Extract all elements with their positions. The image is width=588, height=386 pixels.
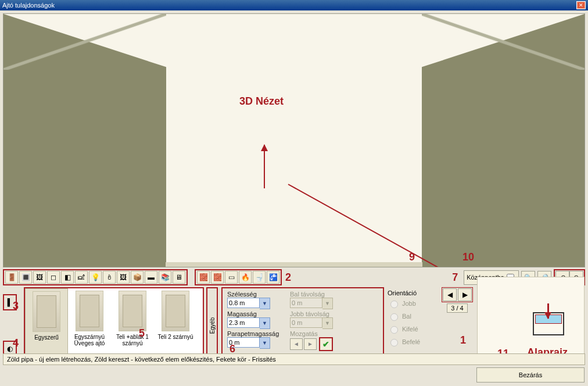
- sofa-icon[interactable]: 🛋: [75, 271, 88, 284]
- door-type-list: Egyszerű Egyszárnyú Üveges ajtó Teli +ab…: [24, 287, 204, 364]
- lamp-icon[interactable]: 💡: [89, 271, 102, 284]
- accept-button[interactable]: ✔: [319, 337, 333, 351]
- viewport-label: 3D Nézet: [239, 95, 284, 108]
- right-dist-combo: ▼: [290, 317, 348, 329]
- page-nav: ◀ ▶: [442, 287, 473, 302]
- box-icon[interactable]: 📦: [131, 271, 144, 284]
- shelf-icon[interactable]: 📚: [159, 271, 171, 284]
- close-button[interactable]: Bezárás: [476, 367, 585, 383]
- orient-kifele: Kifelé: [388, 324, 438, 334]
- close-icon[interactable]: ✕: [576, 1, 586, 9]
- door-thumb-icon: [119, 291, 146, 331]
- cabinet2-icon[interactable]: 🧱: [211, 271, 224, 284]
- sink-icon[interactable]: 🚽: [253, 271, 266, 284]
- window-icon[interactable]: 🔳: [19, 271, 32, 284]
- page-indicator: 3 / 4: [447, 303, 467, 313]
- left-dist-combo: ▼: [290, 298, 348, 309]
- width-label: Szélesség: [227, 291, 279, 298]
- chevron-down-icon[interactable]: ▼: [260, 317, 270, 329]
- move-label: Mozgatás: [290, 330, 348, 337]
- move-right-button[interactable]: ►: [304, 338, 317, 350]
- door-icon[interactable]: 🚪: [5, 271, 18, 284]
- status-bar: Zöld pipa - új elem létrehozás, Zöld ker…: [3, 353, 585, 365]
- floor: [166, 262, 422, 267]
- door-item[interactable]: Teli +ablak 1 szárnyú: [111, 288, 154, 355]
- library-toolbar: 🚪 🔳 🖼 ◻ ◧ 🛋 💡 🕯 🖼 📦 ▬ 📚 🖥: [3, 269, 188, 285]
- orientation-group: Orientáció Jobb Bal Kifelé Befelé: [386, 287, 439, 364]
- frame-icon[interactable]: 🖼: [117, 271, 130, 284]
- height-label: Magasság: [227, 310, 279, 317]
- door-thumb-icon: [33, 291, 60, 332]
- chevron-down-icon[interactable]: ▼: [260, 337, 270, 349]
- annotation-2: 2: [285, 271, 291, 284]
- left-dist-input: [290, 298, 322, 308]
- door-thumb-icon: [76, 291, 103, 331]
- picture-icon[interactable]: 🖼: [33, 271, 46, 284]
- next-page-button[interactable]: ▶: [458, 288, 472, 301]
- door-thumb-icon: [162, 291, 189, 331]
- chevron-down-icon: ▼: [322, 298, 333, 309]
- annotation-10: 10: [462, 251, 474, 263]
- right-dist-input: [290, 317, 322, 328]
- annotation-7: 7: [452, 271, 458, 284]
- width-combo[interactable]: ▼: [227, 298, 279, 309]
- height-combo[interactable]: ▼: [227, 317, 279, 329]
- orient-jobb: Jobb: [388, 299, 438, 308]
- other-tab[interactable]: Egyéb: [206, 287, 218, 364]
- socket-icon[interactable]: ◧: [61, 271, 74, 284]
- lamp2-icon[interactable]: 🕯: [103, 271, 116, 284]
- door-item[interactable]: Egyszerű: [25, 288, 68, 355]
- arrow-up-icon: [264, 145, 265, 188]
- window-title: Ajtó tulajdonságok: [2, 2, 55, 9]
- left-dist-label: Bal távolság: [290, 291, 348, 298]
- door-item[interactable]: Teli 2 szárnyú: [154, 288, 197, 355]
- floorplan-view[interactable]: [477, 277, 585, 362]
- chevron-down-icon: ▼: [322, 317, 333, 329]
- cabinet-icon[interactable]: 🧱: [197, 271, 210, 284]
- switch-icon[interactable]: ◻: [47, 271, 60, 284]
- check-icon: ✔: [322, 339, 329, 349]
- annotation-9: 9: [409, 251, 415, 263]
- height-input[interactable]: [227, 317, 260, 328]
- upper-icon[interactable]: ▭: [225, 271, 238, 284]
- carpet-icon[interactable]: ▬: [145, 271, 157, 284]
- variant-a-button[interactable]: ▌: [3, 294, 17, 310]
- parapet-label: Parapetmagasság: [227, 330, 279, 337]
- chevron-down-icon[interactable]: ▼: [260, 298, 270, 309]
- properties-panel: Szélesség ▼ Bal távolság ▼ Magasság ▼ Jo…: [221, 287, 384, 364]
- orient-bal: Bal: [388, 312, 438, 321]
- kitchen-toolbar: 🧱 🧱 ▭ 🔥 🚽 🚰: [195, 269, 282, 285]
- move-left-button[interactable]: ◄: [290, 338, 303, 350]
- parapet-combo[interactable]: ▼: [227, 337, 279, 349]
- 3d-viewport[interactable]: 3D Nézet 9 10: [3, 13, 585, 267]
- door-item[interactable]: Egyszárnyú Üveges ajtó: [68, 288, 111, 355]
- oven-icon[interactable]: 🔥: [239, 271, 252, 284]
- prev-page-button[interactable]: ◀: [443, 288, 457, 301]
- right-dist-label: Jobb távolság: [290, 310, 348, 317]
- desk-icon[interactable]: 🖥: [173, 271, 185, 284]
- parapet-input[interactable]: [227, 337, 260, 348]
- arrow-down-icon: [547, 303, 549, 319]
- tap-icon[interactable]: 🚰: [267, 271, 279, 284]
- width-input[interactable]: [227, 298, 260, 308]
- orient-befele: Befelé: [388, 337, 438, 346]
